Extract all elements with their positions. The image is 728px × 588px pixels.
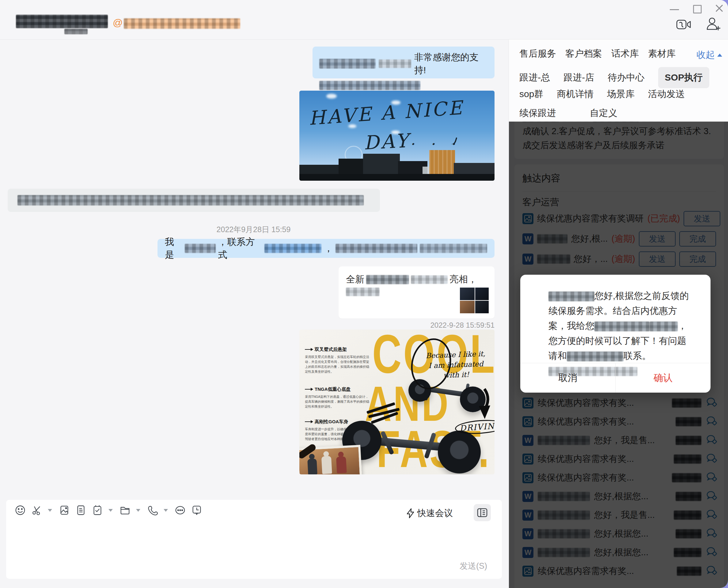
link-card-message[interactable]: 全新 亮相，	[339, 267, 494, 318]
message-text: ，	[324, 242, 333, 255]
tab-custom[interactable]: 自定义	[590, 107, 618, 120]
redacted-text	[548, 292, 594, 301]
date-divider: 2022年9月28日 15:59	[0, 225, 507, 235]
todo-dropdown-caret[interactable]	[108, 509, 113, 512]
side-panel-toggle-button[interactable]	[474, 504, 491, 521]
image-icon[interactable]	[58, 504, 70, 516]
redacted-text	[420, 244, 487, 253]
add-person-icon[interactable]	[705, 16, 721, 33]
poster-arrow-doodle	[476, 388, 492, 421]
poster-image-message[interactable]: COOL AND FAST. 双叉臂式后悬架 采用双叉臂式后悬架，实现左右车轮的…	[299, 330, 494, 475]
photo-message-have-a-nice-day[interactable]: HAVE A NICE DAY · · ·	[299, 91, 494, 181]
poster-wheel	[438, 430, 481, 474]
message-text: 非常感谢您的支持!	[414, 51, 488, 77]
redacted-text	[18, 195, 364, 206]
sop-side-panel: 售后服务 客户档案 话术库 素材库 收起 跟进-总 跟进-店 待办中心 SOP执…	[509, 40, 728, 588]
phone-dropdown-caret[interactable]	[164, 509, 168, 512]
tab-script-library[interactable]: 话术库	[611, 47, 639, 60]
card-text: 全新	[346, 273, 364, 286]
close-button[interactable]	[714, 3, 724, 14]
screenshot-scissors-icon[interactable]	[31, 504, 43, 516]
emoji-icon[interactable]	[14, 504, 26, 516]
tab-todo-center[interactable]: 待办中心	[608, 71, 644, 84]
tab-sop-execution[interactable]: SOP执行	[658, 67, 709, 88]
poster-people-photo	[299, 445, 362, 475]
todo-checkbox-icon[interactable]	[91, 504, 104, 516]
photo-caption-line2: DAY	[363, 129, 410, 154]
quick-meeting-button[interactable]: 快速会议	[406, 507, 453, 519]
tab-opportunity-detail[interactable]: 商机详情	[557, 88, 593, 101]
tab-renewal-followup[interactable]: 续保跟进	[519, 107, 556, 120]
confirm-button[interactable]: 确认	[615, 363, 710, 393]
phone-call-icon[interactable]	[146, 504, 159, 516]
org-at-prefix: @	[113, 17, 123, 28]
confirm-send-modal: 您好,根据您之前反馈的续保服务需求。结合店内优惠方案，我给您，您方便的时候可以了…	[520, 275, 710, 393]
collapse-button[interactable]: 收起	[696, 49, 722, 61]
tab-scene-library[interactable]: 场景库	[607, 88, 634, 101]
chat-header: @	[0, 0, 728, 40]
message-bubble-redacted	[8, 189, 380, 212]
panel-dimmed-region: 成确认 2.客户促成，客户异议可参考标准话术 3.成交后发送感谢客户及后续服务承…	[509, 122, 728, 588]
tab-customer-files[interactable]: 客户档案	[565, 47, 602, 60]
tab-followup-store[interactable]: 跟进-店	[564, 71, 594, 84]
screenshot-dropdown-caret[interactable]	[48, 509, 52, 512]
poster-handwriting: Because I like it, I am infatuated with …	[418, 349, 494, 382]
contact-name-redacted	[16, 15, 108, 28]
photo-caption-line1: HAVE A NICE	[308, 96, 465, 129]
video-call-icon[interactable]	[676, 18, 692, 33]
app-window: @ 非常感谢您的支持!	[0, 0, 728, 588]
cancel-button[interactable]: 取消	[520, 363, 615, 393]
poster-feature-1: 双叉臂式后悬架 采用双叉臂式后悬架，实现左右车轮的独立活动，并且优化叉臂布局，合…	[305, 347, 370, 374]
tab-material-library[interactable]: 素材库	[648, 47, 675, 60]
folder-dropdown-caret[interactable]	[136, 509, 140, 512]
contact-name-redacted-2	[64, 29, 88, 34]
redacted-text	[319, 59, 376, 69]
redacted-phone	[264, 244, 321, 253]
tab-followup-total[interactable]: 跟进-总	[519, 71, 550, 84]
more-options-icon[interactable]	[174, 504, 186, 516]
message-input[interactable]	[15, 526, 493, 558]
message-bubble-intro: 我是 ，联系方式 ，	[158, 239, 494, 258]
tab-after-sales[interactable]: 售后服务	[519, 47, 556, 60]
chevron-up-icon	[717, 54, 722, 57]
redacted-text	[411, 275, 448, 284]
redacted-text	[379, 59, 411, 68]
redacted-text	[346, 288, 380, 296]
message-composer: 快速会议 发送(S)	[6, 500, 502, 579]
tab-activity-send[interactable]: 活动发送	[648, 88, 685, 101]
redacted-text	[185, 244, 216, 253]
redacted-text	[319, 81, 420, 90]
tab-sop-group[interactable]: sop群	[519, 88, 543, 101]
redacted-text	[567, 352, 624, 361]
redacted-text	[366, 275, 409, 284]
card-text: 亮相，	[449, 273, 477, 286]
folder-icon[interactable]	[119, 504, 131, 516]
poster-feature-2: TNGA低重心底盘 采用TNGA架构下的底盘，通过低重心设计，提高车辆的侧倾刚度…	[305, 386, 370, 409]
message-text: 我是	[165, 235, 182, 261]
minimize-button[interactable]	[670, 9, 679, 10]
message-bubble-thanks: 非常感谢您的支持!	[312, 46, 494, 78]
redacted-text	[336, 244, 417, 253]
chat-record-icon[interactable]	[75, 504, 87, 516]
redacted-text	[594, 321, 650, 331]
org-name-redacted	[124, 18, 240, 29]
redacted-text	[650, 321, 678, 331]
send-button[interactable]: 发送(S)	[460, 561, 487, 571]
message-timestamp: 2022-9-28 15:59:51	[353, 321, 494, 330]
card-thumbnail	[460, 287, 489, 314]
maximize-button[interactable]	[693, 5, 702, 14]
lightning-icon	[406, 508, 414, 518]
panel-tabs: 售后服务 客户档案 话术库 素材库 收起 跟进-总 跟进-店 待办中心 SOP执…	[509, 40, 728, 122]
message-history-icon[interactable]	[190, 504, 203, 516]
message-text: ，联系方式	[218, 235, 262, 261]
